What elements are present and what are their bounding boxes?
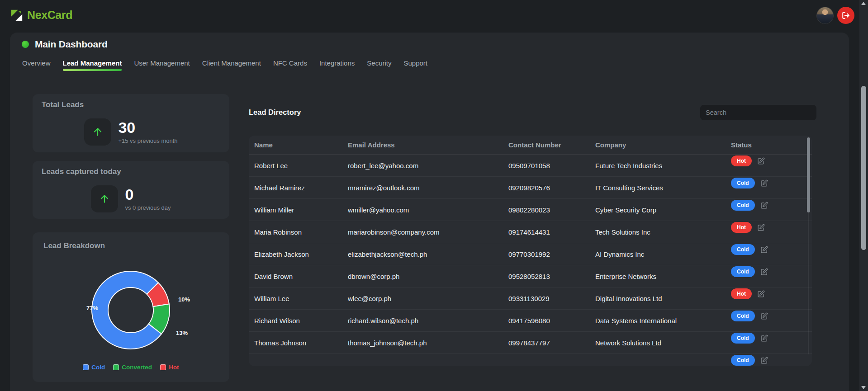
stat-cards: Total Leads30+15 vs previous monthLeads … bbox=[33, 94, 229, 219]
cell-status: Cold bbox=[731, 355, 806, 366]
stat-delta: +15 vs previous month bbox=[118, 137, 177, 144]
donut-segment-cold[interactable] bbox=[92, 271, 161, 349]
stat-card-content: 30+15 vs previous month bbox=[42, 118, 220, 146]
tab-support[interactable]: Support bbox=[403, 59, 427, 71]
cell-status: Cold bbox=[731, 266, 806, 277]
column-header-name: Name bbox=[254, 141, 348, 149]
edit-button[interactable] bbox=[757, 157, 765, 165]
edit-button[interactable] bbox=[760, 334, 768, 342]
edit-button[interactable] bbox=[760, 246, 768, 254]
edit-button[interactable] bbox=[760, 179, 768, 187]
cell-email: wmiller@yahoo.com bbox=[348, 206, 508, 214]
status-badge[interactable]: Cold bbox=[731, 200, 755, 211]
edit-button[interactable] bbox=[757, 224, 765, 231]
status-badge[interactable]: Cold bbox=[731, 355, 755, 366]
legend-item-hot: Hot bbox=[160, 364, 179, 371]
logout-icon bbox=[842, 11, 850, 19]
tab-user-management[interactable]: User Management bbox=[134, 59, 190, 71]
edit-button[interactable] bbox=[760, 312, 768, 320]
page-scrollbar-thumb[interactable] bbox=[861, 86, 866, 250]
edit-pencil-icon bbox=[760, 246, 768, 254]
logout-button[interactable] bbox=[837, 7, 854, 24]
table-row: William Leewlee@corp.ph09331130029Digita… bbox=[249, 287, 812, 310]
main-panel: Main Dashboard OverviewLead ManagementUs… bbox=[10, 33, 849, 391]
tab-integrations[interactable]: Integrations bbox=[319, 59, 355, 71]
edit-pencil-icon bbox=[757, 224, 765, 231]
search-input[interactable] bbox=[700, 105, 816, 120]
cell-company: IT Consulting Services bbox=[595, 184, 731, 192]
cell-name: David Brown bbox=[254, 273, 348, 280]
cell-email: wlee@corp.ph bbox=[348, 295, 508, 302]
edit-pencil-icon bbox=[760, 202, 768, 209]
edit-button[interactable] bbox=[757, 290, 765, 298]
arrow-up-icon bbox=[99, 193, 110, 205]
cell-contact: 09174614431 bbox=[508, 228, 595, 236]
scroll-down-arrow-icon[interactable] bbox=[861, 386, 866, 389]
cell-status: Cold bbox=[731, 200, 806, 211]
tab-label: Integrations bbox=[319, 59, 355, 67]
cell-contact: 09978437797 bbox=[508, 339, 595, 347]
status-badge[interactable]: Cold bbox=[731, 333, 755, 344]
active-tab-underline bbox=[63, 69, 122, 71]
brand-name: NexCard bbox=[27, 9, 72, 22]
cell-company: AI Dynamics Inc bbox=[595, 250, 731, 258]
status-dot bbox=[22, 41, 29, 48]
legend-item-converted: Converted bbox=[113, 364, 152, 371]
stat-card-title: Total Leads bbox=[42, 100, 220, 109]
edit-pencil-icon bbox=[760, 357, 768, 364]
legend-swatch-hot bbox=[160, 364, 166, 370]
status-badge[interactable]: Cold bbox=[731, 311, 755, 321]
tab-nfc-cards[interactable]: NFC Cards bbox=[273, 59, 307, 71]
status-badge[interactable]: Cold bbox=[731, 266, 755, 277]
edit-pencil-icon bbox=[760, 334, 768, 342]
cell-email: dbrown@corp.ph bbox=[348, 273, 508, 280]
edit-button[interactable] bbox=[760, 202, 768, 209]
cell-contact: 09417596080 bbox=[508, 317, 595, 325]
edit-button[interactable] bbox=[760, 268, 768, 276]
cell-status: Hot bbox=[731, 288, 806, 299]
user-avatar[interactable] bbox=[817, 7, 833, 24]
stat-card-total-leads: Total Leads30+15 vs previous month bbox=[33, 94, 229, 152]
status-badge[interactable]: Hot bbox=[731, 155, 752, 166]
edit-button[interactable] bbox=[760, 357, 768, 364]
table-row: Robert Leerobert_lee@yahoo.com0950970105… bbox=[249, 155, 812, 177]
table-row: David Browndbrown@corp.ph09528052813Ente… bbox=[249, 265, 812, 287]
lead-table: NameEmail AddressContact NumberCompanySt… bbox=[249, 136, 812, 366]
cell-email: thomas_johnson@tech.ph bbox=[348, 339, 508, 347]
cell-contact: 09331130029 bbox=[508, 295, 595, 302]
cell-company: Digital Innovations Ltd bbox=[595, 295, 731, 302]
cell-email: elizabethjackson@tech.ph bbox=[348, 250, 508, 258]
stat-card-title: Leads captured today bbox=[42, 167, 220, 176]
status-badge[interactable]: Hot bbox=[731, 222, 752, 233]
legend-swatch-converted bbox=[113, 364, 119, 370]
stat-value: 30 bbox=[118, 120, 177, 136]
cell-status: Cold bbox=[731, 333, 806, 344]
brand-logo[interactable]: NexCard bbox=[10, 9, 72, 22]
legend-swatch-cold bbox=[83, 364, 89, 370]
page-scrollbar[interactable] bbox=[859, 0, 868, 391]
scroll-up-arrow-icon[interactable] bbox=[861, 2, 866, 5]
tab-security[interactable]: Security bbox=[367, 59, 391, 71]
tab-label: NFC Cards bbox=[273, 59, 307, 67]
cell-name: Richard Wilson bbox=[254, 317, 348, 325]
cell-contact: 09509701058 bbox=[508, 162, 595, 170]
legend-label: Converted bbox=[122, 364, 152, 371]
cell-name: William Lee bbox=[254, 295, 348, 302]
status-badge[interactable]: Hot bbox=[731, 288, 752, 299]
chart-legend: ColdConvertedHot bbox=[33, 364, 229, 371]
cell-email: richard.wilson@tech.ph bbox=[348, 317, 508, 325]
table-row: William Millerwmiller@yahoo.com098022800… bbox=[249, 199, 812, 221]
cell-name: Maria Robinson bbox=[254, 228, 348, 236]
status-badge[interactable]: Cold bbox=[731, 178, 755, 188]
topbar-right bbox=[817, 7, 854, 24]
tab-overview[interactable]: Overview bbox=[22, 59, 51, 71]
stat-delta: vs 0 previous day bbox=[125, 204, 171, 211]
tab-client-management[interactable]: Client Management bbox=[202, 59, 261, 71]
tab-lead-management[interactable]: Lead Management bbox=[63, 59, 122, 71]
column-header-status: Status bbox=[731, 141, 806, 149]
table-header: NameEmail AddressContact NumberCompanySt… bbox=[249, 136, 812, 155]
column-header-contact-number: Contact Number bbox=[508, 141, 595, 149]
cell-contact: 09209820576 bbox=[508, 184, 595, 192]
status-badge[interactable]: Cold bbox=[731, 244, 755, 255]
table-scrollbar-thumb[interactable] bbox=[807, 137, 810, 212]
